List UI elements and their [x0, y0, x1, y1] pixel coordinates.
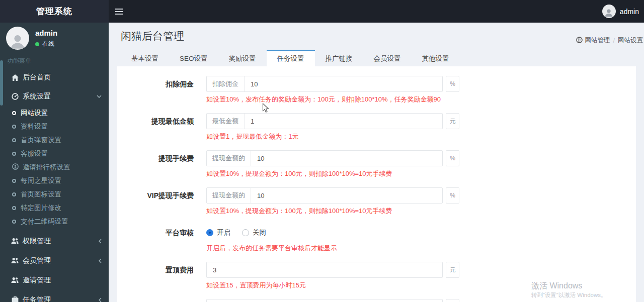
sidebar-item-system-settings[interactable]: 系统设置 [0, 87, 109, 106]
users-icon [11, 277, 19, 283]
top-navbar: 管理系统 admin [0, 0, 644, 23]
task-settings-panel: 扣除佣金 扣除佣金 % 如设置10%，发布任务的奖励金额为：100元，则扣除10… [117, 66, 636, 302]
field-label: 提现手续费 [117, 150, 194, 178]
sidebar-item-payment-qrcode-settings[interactable]: 支付二维码设置 [0, 215, 109, 228]
navbar-right: admin [109, 0, 644, 23]
form-row-partial [117, 299, 636, 302]
sidebar-item-permission-management[interactable]: 权限管理 [0, 231, 109, 251]
sidebar-scrollbar[interactable] [0, 60, 3, 106]
input-prefix: 提现金额的 [207, 188, 251, 203]
sidebar-item-service-settings[interactable]: 客服设置 [0, 147, 109, 160]
form-row-commission-deduction: 扣除佣金 扣除佣金 % 如设置10%，发布任务的奖励金额为：100元，则扣除10… [117, 76, 636, 104]
sidebar-item-specific-image-edit[interactable]: 特定图片修改 [0, 201, 109, 215]
help-text: 如设置10%，提现金额为：100元，则扣除100*10%=10元手续费 [206, 169, 459, 178]
hamburger-icon [115, 9, 123, 10]
field-label: 平台审核 [117, 225, 194, 253]
pin-fee-input[interactable] [207, 262, 442, 277]
tab-promotion-link[interactable]: 推广链接 [315, 50, 363, 66]
user-circle-icon [12, 163, 23, 171]
radio-label-on: 开启 [217, 228, 230, 237]
chevron-down-icon [97, 95, 102, 98]
user-avatar-icon [602, 5, 616, 18]
form-row-pin-fee: 置顶费用 元 如设置15，置顶费用为每小时15元 [117, 262, 636, 290]
tab-basic-settings[interactable]: 基本设置 [121, 50, 169, 66]
briefcase-icon [11, 296, 19, 302]
status-label: 在线 [42, 40, 54, 48]
sidebar-item-member-management[interactable]: 会员管理 [0, 251, 109, 270]
form-row-platform-review: 平台审核 开启 关闭 开启后，发布的任务需要平台审核后才能显示 [117, 225, 636, 253]
users-icon [11, 238, 19, 244]
main-content: 闲猫后台管理 网站管理 / 网站设置 基本设置 SEO设置 奖励设置 任务设置 … [109, 23, 644, 302]
input-prefix: 扣除佣金 [207, 76, 245, 91]
tab-task-settings[interactable]: 任务设置 [267, 50, 315, 66]
unit-suffix [446, 299, 459, 302]
field-label: 提现最低金额 [117, 113, 194, 141]
sidebar-item-dashboard[interactable]: 后台首页 [0, 68, 109, 87]
sidebar-item-label: 后台首页 [23, 73, 51, 82]
navbar-user-menu[interactable]: admin [602, 5, 644, 18]
input-prefix: 提现金额的 [207, 151, 251, 166]
gauge-icon [11, 93, 19, 100]
min-withdrawal-input[interactable] [245, 114, 442, 129]
sidebar: admin 在线 功能菜单 后台首页 系统设置 [0, 23, 109, 302]
form-row-withdrawal-fee: 提现手续费 提现金额的 % 如设置10%，提现金额为：100元，则扣除100*1… [117, 150, 636, 178]
breadcrumb: 网站管理 / 网站设置 [576, 36, 643, 45]
circle-icon [12, 152, 16, 156]
home-icon [11, 74, 19, 81]
admin-app: 管理系统 admin admin 在线 [0, 0, 644, 302]
sidebar-item-label: 系统设置 [23, 92, 51, 101]
help-text: 如设置15，置顶费用为每小时15元 [206, 280, 459, 290]
commission-deduction-input[interactable] [245, 76, 442, 91]
breadcrumb-current: 网站设置 [618, 36, 643, 45]
circle-icon [12, 138, 16, 142]
form-row-vip-withdrawal-fee: VIP提现手续费 提现金额的 % 如设置10%，提现金额为：100元，则扣除10… [117, 187, 636, 216]
unit-suffix: % [446, 187, 459, 204]
online-dot-icon [35, 42, 39, 46]
sidebar-item-invite-ranking-settings[interactable]: 邀请排行榜设置 [0, 160, 109, 174]
sidebar-item-task-management[interactable]: 任务管理 [0, 290, 109, 302]
system-settings-submenu: 网站设置 资料设置 首页弹窗设置 客服设置 邀请排行榜设置 每周之星设置 首页图… [0, 106, 109, 228]
partial-input[interactable] [207, 299, 442, 302]
breadcrumb-separator: / [613, 37, 615, 44]
sidebar-item-invite-management[interactable]: 邀请管理 [0, 270, 109, 290]
chevron-left-icon [99, 239, 102, 244]
sidebar-profile: admin 在线 [0, 23, 109, 54]
profile-status: 在线 [35, 40, 57, 48]
sidebar-item-profile-settings[interactable]: 资料设置 [0, 120, 109, 133]
sidebar-item-site-settings[interactable]: 网站设置 [0, 106, 109, 120]
form-row-min-withdrawal: 提现最低金额 最低金额 元 如设置1，提现最低金额为：1元 [117, 113, 636, 141]
globe-icon [576, 37, 583, 45]
tab-reward-settings[interactable]: 奖励设置 [218, 50, 267, 66]
vip-withdrawal-fee-input[interactable] [251, 188, 442, 203]
sidebar-item-weekly-star-settings[interactable]: 每周之星设置 [0, 174, 109, 187]
content-header: 闲猫后台管理 网站管理 / 网站设置 [109, 23, 644, 44]
sidebar-toggle-button[interactable] [109, 0, 129, 23]
tab-member-settings[interactable]: 会员设置 [363, 50, 412, 66]
circle-icon [12, 179, 16, 183]
users-icon [11, 257, 19, 264]
radio-label-off: 关闭 [253, 228, 266, 237]
navbar-username: admin [620, 8, 639, 16]
unit-suffix: 元 [446, 113, 459, 129]
app-logo[interactable]: 管理系统 [0, 0, 109, 23]
tab-other-settings[interactable]: 其他设置 [412, 50, 460, 66]
page-title: 闲猫后台管理 [121, 29, 636, 44]
circle-icon [12, 125, 16, 129]
input-prefix: 最低金额 [207, 114, 245, 129]
radio-review-off[interactable] [242, 229, 249, 236]
chevron-left-icon [99, 258, 102, 263]
help-text: 开启后，发布的任务需要平台审核后才能显示 [206, 243, 337, 253]
circle-icon [12, 206, 16, 210]
circle-icon [12, 111, 16, 115]
circle-icon [12, 220, 16, 224]
profile-avatar [6, 27, 29, 50]
sidebar-item-home-popup-settings[interactable]: 首页弹窗设置 [0, 133, 109, 147]
field-label: 扣除佣金 [117, 76, 194, 104]
profile-name: admin [35, 28, 57, 38]
tab-seo-settings[interactable]: SEO设置 [169, 50, 218, 66]
radio-review-on[interactable] [206, 229, 213, 236]
settings-tabs: 基本设置 SEO设置 奖励设置 任务设置 推广链接 会员设置 其他设置 [121, 50, 644, 66]
breadcrumb-site-management[interactable]: 网站管理 [576, 36, 610, 45]
withdrawal-fee-input[interactable] [251, 151, 442, 166]
sidebar-item-home-icon-settings[interactable]: 首页图标设置 [0, 187, 109, 201]
